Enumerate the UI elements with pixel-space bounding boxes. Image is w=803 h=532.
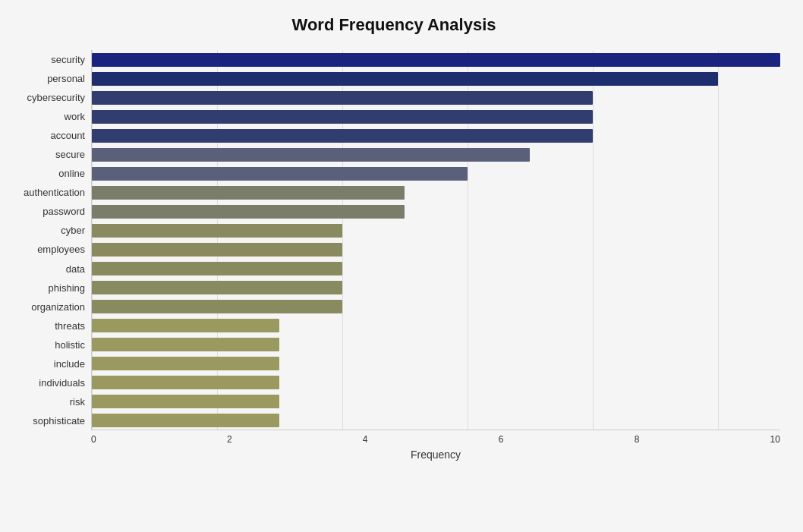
bar <box>92 91 593 105</box>
grid-line <box>342 50 343 430</box>
bar <box>92 414 279 427</box>
y-label: include <box>54 359 85 369</box>
bar <box>92 186 405 200</box>
bar-row <box>92 412 780 429</box>
grid-line <box>718 50 719 430</box>
bar-row <box>92 355 780 372</box>
y-label: work <box>65 112 85 121</box>
x-tick: 0 <box>91 434 96 445</box>
bar <box>92 262 342 275</box>
y-label: phishing <box>49 283 85 293</box>
bar <box>92 53 780 67</box>
y-label: personal <box>47 74 85 83</box>
x-axis: 0246810 <box>91 434 780 445</box>
y-label: holistic <box>55 340 85 350</box>
y-label: password <box>43 206 85 216</box>
grid-lines <box>92 50 780 430</box>
y-label: cyber <box>61 225 85 235</box>
bar <box>92 224 342 238</box>
y-label: secure <box>55 150 85 159</box>
y-label: online <box>58 168 85 178</box>
bar <box>92 167 468 181</box>
grid-line <box>468 50 468 430</box>
bar-row <box>92 393 780 410</box>
bar-row <box>92 203 780 220</box>
grid-line <box>217 50 218 430</box>
bars-plot <box>91 50 780 430</box>
chart-area: securitypersonalcybersecurityworkaccount… <box>8 50 780 461</box>
bar-row <box>92 279 780 296</box>
y-label: security <box>51 55 85 65</box>
y-label: risk <box>70 397 85 407</box>
bar <box>92 129 593 143</box>
bar-row <box>92 241 780 258</box>
bar <box>92 319 279 332</box>
x-ticks: 0246810 <box>91 434 780 445</box>
bar <box>92 110 593 124</box>
x-axis-label: Frequency <box>91 449 780 461</box>
bar <box>92 281 342 294</box>
bar-row <box>92 298 780 315</box>
bars-section: securitypersonalcybersecurityworkaccount… <box>8 50 780 430</box>
chart-container: Word Frequency Analysis securitypersonal… <box>0 0 803 532</box>
y-label: account <box>50 131 85 140</box>
y-label: individuals <box>39 378 85 388</box>
bar <box>92 72 718 86</box>
bar-row <box>92 52 780 68</box>
grid-line <box>92 50 93 430</box>
bar-row <box>92 165 780 182</box>
x-tick: 2 <box>227 434 232 445</box>
y-label: threats <box>55 321 85 331</box>
bar-row <box>92 336 780 353</box>
bar-row <box>92 109 780 125</box>
y-label: organization <box>31 302 85 312</box>
bar-row <box>92 374 780 391</box>
bar-row <box>92 146 780 163</box>
bar-row <box>92 184 780 201</box>
bar-row <box>92 222 780 239</box>
y-label: employees <box>37 244 85 254</box>
bar <box>92 338 279 351</box>
bar <box>92 376 279 389</box>
y-label: cybersecurity <box>27 93 85 102</box>
bar-row <box>92 71 780 87</box>
x-tick: 4 <box>363 434 368 445</box>
x-tick: 6 <box>499 434 504 445</box>
bar <box>92 243 342 257</box>
bar-row <box>92 260 780 277</box>
y-label: data <box>66 264 85 274</box>
y-label: authentication <box>24 187 85 197</box>
grid-line <box>593 50 594 430</box>
bar <box>92 205 405 219</box>
chart-title: Word Frequency Analysis <box>8 15 780 35</box>
bar <box>92 148 530 162</box>
bar <box>92 395 279 408</box>
y-label: sophisticate <box>33 416 85 426</box>
bar-row <box>92 317 780 334</box>
bar-row <box>92 90 780 106</box>
x-tick: 10 <box>770 434 780 445</box>
bar <box>92 300 342 313</box>
bar-row <box>92 127 780 144</box>
bar <box>92 357 279 370</box>
y-labels: securitypersonalcybersecurityworkaccount… <box>8 50 91 430</box>
x-tick: 8 <box>635 434 640 445</box>
